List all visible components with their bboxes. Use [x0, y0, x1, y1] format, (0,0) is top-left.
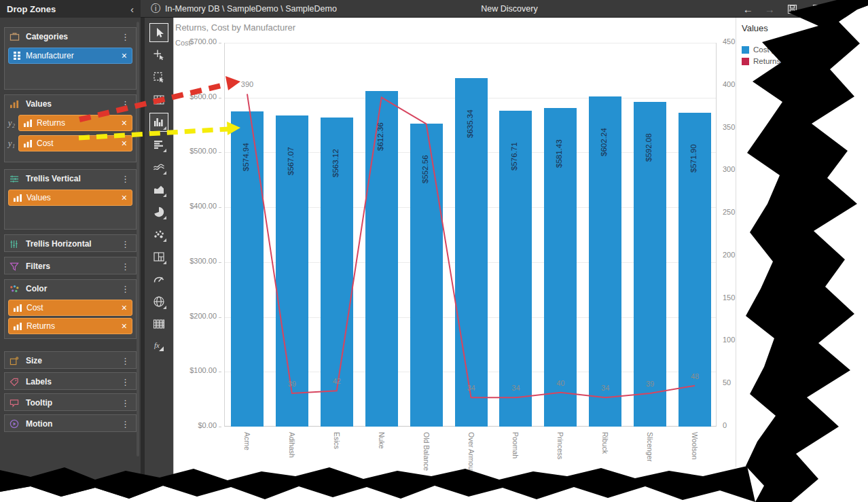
color-dots-icon	[10, 285, 22, 293]
bar-value-label: $612.36	[376, 95, 386, 151]
plot-area[interactable]: $574.94$567.07$563.12$612.36$552.56$635.…	[224, 43, 717, 427]
panel-scrollbar[interactable]	[137, 22, 139, 456]
grid-visual-icon[interactable]	[149, 90, 168, 109]
dropzone-tooltip: Tooltip ⋮	[4, 393, 137, 411]
y2-tick-label: 100	[719, 336, 735, 344]
kebab-menu-icon[interactable]: ⋮	[120, 419, 131, 429]
x-axis-label: Woolson	[689, 432, 699, 497]
play-motion-icon	[10, 419, 22, 429]
dropzone-trellis-horizontal: Trellis Horizontal ⋮	[4, 234, 137, 252]
remove-chip-icon[interactable]: ×	[117, 193, 127, 202]
dropzone-label: Size	[26, 356, 42, 365]
pointer-tool-icon[interactable]	[149, 23, 168, 42]
dropzone-label: Tooltip	[26, 398, 52, 408]
custom-visual-fx-icon[interactable]: fx	[149, 337, 168, 356]
kebab-menu-icon[interactable]: ⋮	[120, 239, 131, 249]
x-axis-label: Nuke	[376, 432, 386, 497]
kebab-menu-icon[interactable]: ⋮	[120, 398, 131, 408]
help-icon[interactable]: ?	[833, 4, 838, 14]
dropzone-size: Size ⋮	[4, 351, 137, 369]
pie-chart-icon[interactable]	[149, 202, 168, 221]
dropzone-label: Labels	[26, 377, 52, 387]
x-axis-label: Princess	[555, 432, 564, 497]
bar-chart-icon[interactable]	[149, 135, 168, 154]
application-window: Drop Zones ‹ ⓘ In-Memory DB \ SampleDemo…	[0, 0, 868, 502]
legend-item-cost[interactable]: Cost [Y1]	[742, 46, 797, 54]
dropzone-label: Categories	[26, 32, 68, 41]
dropzone-label: Filters	[26, 262, 50, 271]
legend-label: Cost [Y1]	[753, 46, 785, 54]
collapse-panel-icon[interactable]: ‹	[130, 3, 134, 15]
cost-swatch	[742, 46, 749, 54]
line-point-label: 40	[549, 379, 572, 387]
x-axis-label: Poomah	[510, 432, 520, 497]
remove-chip-icon[interactable]: ×	[117, 303, 127, 312]
x-axis-labels: AcmeAdihashEsicsNukeOld BalanceOver Armo…	[224, 428, 717, 499]
kebab-menu-icon[interactable]: ⋮	[120, 99, 131, 109]
scatter-chart-icon[interactable]	[149, 225, 168, 244]
drop-zones-panel: Categories ⋮ Manufacturer × Values ⋮ y₂	[0, 18, 141, 502]
breadcrumb: ⓘ In-Memory DB \ SampleDemo \ SampleDemo	[151, 0, 337, 18]
y2-tick-label: 50	[719, 378, 731, 387]
line-point-label: 390	[236, 80, 259, 88]
area-chart-icon[interactable]	[149, 180, 168, 199]
remove-chip-icon[interactable]: ×	[117, 118, 127, 128]
chip-color-cost[interactable]: Cost ×	[8, 300, 132, 316]
print-icon[interactable]	[810, 3, 821, 15]
x-axis-label: Esics	[331, 432, 341, 497]
save-icon[interactable]	[786, 3, 798, 15]
bar-value-label: $563.12	[331, 122, 341, 177]
y2-tick-label: 400	[719, 80, 735, 88]
kebab-menu-icon[interactable]: ⋮	[120, 174, 131, 184]
y2-tick-label: 150	[719, 293, 735, 302]
point-select-tool-icon[interactable]	[149, 46, 168, 65]
line-point-label: 48	[683, 372, 706, 380]
chip-trellis-values[interactable]: Values ×	[8, 190, 132, 206]
remove-chip-icon[interactable]: ×	[117, 51, 127, 60]
chip-manufacturer[interactable]: Manufacturer ×	[8, 48, 132, 64]
marquee-select-tool-icon[interactable]	[149, 68, 168, 87]
kebab-menu-icon[interactable]: ⋮	[120, 356, 131, 366]
chip-label: Cost	[26, 303, 43, 312]
chip-cost[interactable]: Cost ×	[18, 135, 132, 151]
dropzone-label: Trellis Vertical	[26, 174, 81, 183]
drop-zones-title: Drop Zones	[7, 4, 56, 14]
chip-returns[interactable]: Returns ×	[18, 115, 132, 131]
y2-tick-label: 350	[719, 123, 735, 131]
kebab-menu-icon[interactable]: ⋮	[120, 284, 131, 294]
column-chart-icon[interactable]	[149, 113, 168, 132]
kebab-menu-icon[interactable]: ⋮	[120, 32, 131, 42]
kebab-menu-icon[interactable]: ⋮	[120, 377, 131, 387]
dropzone-label: Motion	[26, 419, 52, 429]
measure-bars-icon	[14, 323, 22, 330]
legend-item-returns[interactable]: Returns [Y2]	[742, 57, 797, 65]
gauge-chart-icon[interactable]	[149, 270, 168, 289]
back-icon[interactable]: ←	[743, 4, 753, 14]
legend-title: Values	[742, 23, 797, 33]
y1-axis: $0.00$100.00$200.00$300.00$400.00$500.00…	[173, 43, 221, 437]
attribute-grid-icon	[14, 52, 21, 60]
map-globe-icon[interactable]	[149, 292, 168, 311]
treemap-chart-icon[interactable]	[149, 247, 168, 266]
legend: Values Cost [Y1] Returns [Y2]	[742, 23, 797, 69]
y1-tick-label: $400.00	[173, 202, 221, 210]
info-icon[interactable]: ⓘ	[151, 3, 160, 15]
dropzone-motion: Motion ⋮	[4, 414, 137, 432]
forward-icon[interactable]: →	[765, 4, 775, 14]
filter-funnel-icon	[10, 262, 22, 271]
remove-chip-icon[interactable]: ×	[117, 139, 127, 148]
dropzone-label: Trellis Horizontal	[26, 239, 92, 249]
returns-swatch	[742, 58, 749, 65]
kebab-menu-icon[interactable]: ⋮	[120, 262, 131, 272]
matrix-chart-icon[interactable]	[149, 315, 168, 334]
line-chart-icon[interactable]	[149, 158, 168, 177]
y2-tick-label: 450	[719, 37, 735, 46]
y1-tick-label: $100.00	[173, 366, 221, 374]
chip-color-returns[interactable]: Returns ×	[8, 318, 132, 334]
tag-icon	[10, 378, 22, 387]
dropzone-label: Values	[26, 99, 52, 109]
remove-chip-icon[interactable]: ×	[117, 321, 127, 331]
tooltip-bubble-icon	[10, 399, 22, 408]
bar-value-label: $581.43	[555, 112, 564, 168]
dropzone-label: Color	[26, 284, 47, 293]
